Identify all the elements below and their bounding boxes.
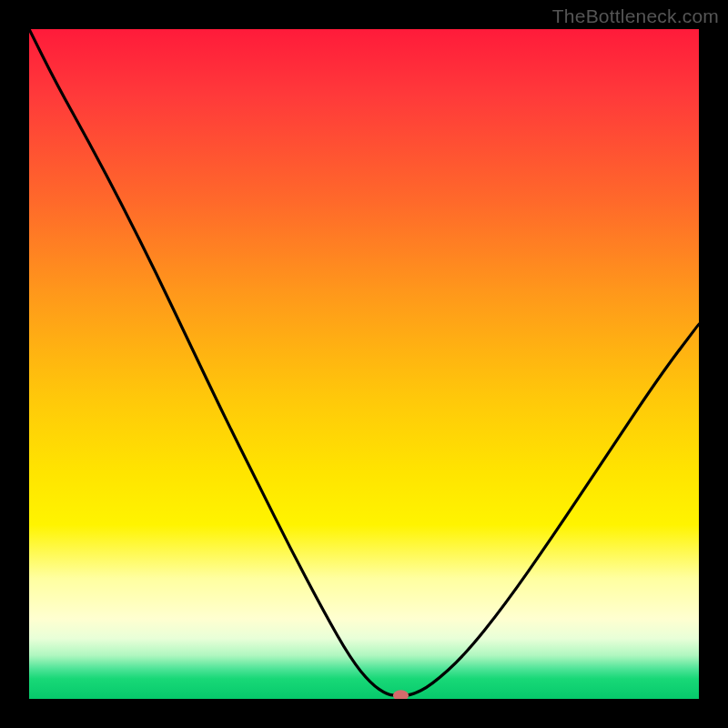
optimal-point-marker — [393, 690, 409, 699]
attribution-label: TheBottleneck.com — [552, 5, 719, 27]
chart-stage: TheBottleneck.com — [0, 0, 728, 728]
plot-area — [29, 29, 699, 699]
bottleneck-curve — [29, 29, 699, 695]
curve-layer — [29, 29, 699, 699]
